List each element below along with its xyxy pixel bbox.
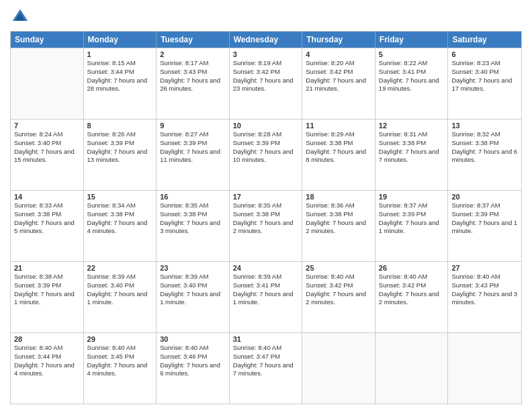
day-number: 3 <box>233 50 299 58</box>
day-info: Sunrise: 8:40 AMSunset: 3:43 PMDaylight:… <box>451 273 518 307</box>
day-number: 27 <box>451 264 518 272</box>
day-number: 19 <box>379 193 445 201</box>
day-info: Sunrise: 8:15 AMSunset: 3:44 PMDaylight:… <box>87 59 153 93</box>
day-info: Sunrise: 8:40 AMSunset: 3:42 PMDaylight:… <box>306 273 371 307</box>
calendar-cell: 23Sunrise: 8:39 AMSunset: 3:40 PMDayligh… <box>157 262 230 332</box>
weekday-header: Thursday <box>302 32 375 48</box>
calendar-cell: 29Sunrise: 8:40 AMSunset: 3:45 PMDayligh… <box>84 333 157 404</box>
day-number: 31 <box>233 335 299 343</box>
day-number: 28 <box>14 335 80 343</box>
logo <box>10 7 33 27</box>
calendar-cell: 26Sunrise: 8:40 AMSunset: 3:42 PMDayligh… <box>375 262 449 332</box>
day-number: 9 <box>160 122 226 130</box>
day-info: Sunrise: 8:40 AMSunset: 3:44 PMDaylight:… <box>14 344 80 378</box>
calendar-cell: 9Sunrise: 8:27 AMSunset: 3:39 PMDaylight… <box>157 120 230 190</box>
day-info: Sunrise: 8:35 AMSunset: 3:38 PMDaylight:… <box>233 201 299 236</box>
calendar-cell: 12Sunrise: 8:31 AMSunset: 3:38 PMDayligh… <box>375 120 449 190</box>
day-info: Sunrise: 8:22 AMSunset: 3:41 PMDaylight:… <box>379 59 445 93</box>
day-number: 15 <box>87 193 153 201</box>
calendar: SundayMondayTuesdayWednesdayThursdayFrid… <box>10 31 522 404</box>
calendar-cell: 18Sunrise: 8:36 AMSunset: 3:38 PMDayligh… <box>302 191 375 261</box>
calendar-cell: 24Sunrise: 8:39 AMSunset: 3:41 PMDayligh… <box>230 262 303 332</box>
day-info: Sunrise: 8:27 AMSunset: 3:39 PMDaylight:… <box>160 130 226 165</box>
day-info: Sunrise: 8:40 AMSunset: 3:45 PMDaylight:… <box>87 344 153 378</box>
calendar-cell: 19Sunrise: 8:37 AMSunset: 3:39 PMDayligh… <box>375 191 449 261</box>
day-number: 29 <box>87 335 153 343</box>
day-info: Sunrise: 8:36 AMSunset: 3:38 PMDaylight:… <box>306 201 371 236</box>
calendar-cell: 5Sunrise: 8:22 AMSunset: 3:41 PMDaylight… <box>375 48 449 119</box>
logo-icon <box>10 7 30 27</box>
day-number: 20 <box>451 193 518 201</box>
day-number: 5 <box>379 50 445 58</box>
day-number: 2 <box>160 50 226 58</box>
calendar-cell: 10Sunrise: 8:28 AMSunset: 3:39 PMDayligh… <box>230 120 303 190</box>
day-info: Sunrise: 8:39 AMSunset: 3:40 PMDaylight:… <box>87 273 153 307</box>
weekday-header: Tuesday <box>157 32 230 48</box>
calendar-row: 7Sunrise: 8:24 AMSunset: 3:40 PMDaylight… <box>11 119 521 190</box>
day-info: Sunrise: 8:34 AMSunset: 3:38 PMDaylight:… <box>87 201 153 236</box>
calendar-cell: 27Sunrise: 8:40 AMSunset: 3:43 PMDayligh… <box>448 262 521 332</box>
calendar-cell: 30Sunrise: 8:40 AMSunset: 3:46 PMDayligh… <box>157 333 230 404</box>
calendar-cell: 15Sunrise: 8:34 AMSunset: 3:38 PMDayligh… <box>84 191 157 261</box>
day-info: Sunrise: 8:40 AMSunset: 3:42 PMDaylight:… <box>379 273 445 307</box>
day-info: Sunrise: 8:19 AMSunset: 3:42 PMDaylight:… <box>233 59 299 93</box>
day-number: 7 <box>14 122 80 130</box>
calendar-body: 1Sunrise: 8:15 AMSunset: 3:44 PMDaylight… <box>11 48 521 404</box>
calendar-cell: 14Sunrise: 8:33 AMSunset: 3:38 PMDayligh… <box>11 191 84 261</box>
calendar-header: SundayMondayTuesdayWednesdayThursdayFrid… <box>11 32 521 48</box>
weekday-header: Wednesday <box>230 32 303 48</box>
day-number: 23 <box>160 264 226 272</box>
day-info: Sunrise: 8:23 AMSunset: 3:40 PMDaylight:… <box>451 59 518 93</box>
day-number: 18 <box>306 193 371 201</box>
calendar-cell <box>302 333 375 404</box>
day-info: Sunrise: 8:39 AMSunset: 3:41 PMDaylight:… <box>233 273 299 307</box>
day-info: Sunrise: 8:35 AMSunset: 3:38 PMDaylight:… <box>160 201 226 236</box>
weekday-header: Saturday <box>448 32 521 48</box>
calendar-cell: 13Sunrise: 8:32 AMSunset: 3:38 PMDayligh… <box>448 120 521 190</box>
day-number: 24 <box>233 264 299 272</box>
calendar-cell: 6Sunrise: 8:23 AMSunset: 3:40 PMDaylight… <box>448 48 521 119</box>
day-number: 16 <box>160 193 226 201</box>
calendar-cell: 7Sunrise: 8:24 AMSunset: 3:40 PMDaylight… <box>11 120 84 190</box>
calendar-cell: 20Sunrise: 8:37 AMSunset: 3:39 PMDayligh… <box>448 191 521 261</box>
day-number: 22 <box>87 264 153 272</box>
day-info: Sunrise: 8:33 AMSunset: 3:38 PMDaylight:… <box>14 201 80 236</box>
calendar-cell <box>375 333 449 404</box>
calendar-cell: 3Sunrise: 8:19 AMSunset: 3:42 PMDaylight… <box>230 48 303 119</box>
calendar-cell: 22Sunrise: 8:39 AMSunset: 3:40 PMDayligh… <box>84 262 157 332</box>
calendar-row: 14Sunrise: 8:33 AMSunset: 3:38 PMDayligh… <box>11 190 521 261</box>
day-number: 26 <box>379 264 445 272</box>
calendar-cell: 11Sunrise: 8:29 AMSunset: 3:38 PMDayligh… <box>302 120 375 190</box>
day-info: Sunrise: 8:17 AMSunset: 3:43 PMDaylight:… <box>160 59 226 93</box>
calendar-cell <box>448 333 521 404</box>
day-number: 6 <box>451 50 518 58</box>
day-info: Sunrise: 8:32 AMSunset: 3:38 PMDaylight:… <box>451 130 518 165</box>
day-info: Sunrise: 8:24 AMSunset: 3:40 PMDaylight:… <box>14 130 80 165</box>
day-info: Sunrise: 8:28 AMSunset: 3:39 PMDaylight:… <box>233 130 299 165</box>
day-number: 21 <box>14 264 80 272</box>
day-number: 13 <box>451 122 518 130</box>
day-info: Sunrise: 8:40 AMSunset: 3:46 PMDaylight:… <box>160 344 226 378</box>
day-info: Sunrise: 8:37 AMSunset: 3:39 PMDaylight:… <box>451 201 518 236</box>
calendar-cell: 31Sunrise: 8:40 AMSunset: 3:47 PMDayligh… <box>230 333 303 404</box>
day-number: 4 <box>306 50 371 58</box>
day-number: 8 <box>87 122 153 130</box>
day-number: 17 <box>233 193 299 201</box>
calendar-cell: 4Sunrise: 8:20 AMSunset: 3:42 PMDaylight… <box>302 48 375 119</box>
day-info: Sunrise: 8:31 AMSunset: 3:38 PMDaylight:… <box>379 130 445 165</box>
calendar-cell: 25Sunrise: 8:40 AMSunset: 3:42 PMDayligh… <box>302 262 375 332</box>
day-info: Sunrise: 8:29 AMSunset: 3:38 PMDaylight:… <box>306 130 371 165</box>
page: SundayMondayTuesdayWednesdayThursdayFrid… <box>0 0 532 411</box>
day-number: 11 <box>306 122 371 130</box>
day-info: Sunrise: 8:39 AMSunset: 3:40 PMDaylight:… <box>160 273 226 307</box>
day-info: Sunrise: 8:26 AMSunset: 3:39 PMDaylight:… <box>87 130 153 165</box>
day-info: Sunrise: 8:40 AMSunset: 3:47 PMDaylight:… <box>233 344 299 378</box>
calendar-row: 28Sunrise: 8:40 AMSunset: 3:44 PMDayligh… <box>11 332 521 404</box>
calendar-cell: 28Sunrise: 8:40 AMSunset: 3:44 PMDayligh… <box>11 333 84 404</box>
calendar-cell <box>11 48 84 119</box>
day-number: 14 <box>14 193 80 201</box>
calendar-cell: 8Sunrise: 8:26 AMSunset: 3:39 PMDaylight… <box>84 120 157 190</box>
day-number: 1 <box>87 50 153 58</box>
day-number: 10 <box>233 122 299 130</box>
day-number: 30 <box>160 335 226 343</box>
